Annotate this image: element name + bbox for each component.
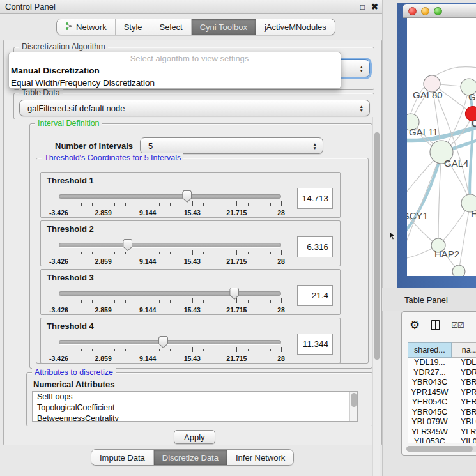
tab-cyni-toolbox[interactable]: Cyni Toolbox	[191, 19, 256, 35]
table-cell[interactable]: YDL1...	[452, 358, 476, 368]
table-row[interactable]: YDL19...YDL1...	[408, 358, 476, 368]
table-horizontal-scrollbar[interactable]	[406, 446, 476, 452]
column-header-name[interactable]: na...	[452, 342, 476, 358]
close-icon[interactable]: ✖	[371, 3, 378, 11]
slider-track[interactable]	[59, 243, 281, 247]
tick-mark	[215, 252, 215, 254]
scrollbar-thumb[interactable]	[406, 446, 473, 452]
tick-mark	[59, 298, 59, 303]
table-row[interactable]: YBR043CYBR0...	[408, 378, 476, 388]
threshold-1-slider[interactable]: -3.4262.8599.14415.4321.71528	[59, 190, 281, 216]
tab-jactivemnodules[interactable]: jActiveMNodules	[256, 19, 335, 35]
tick-mark	[226, 203, 226, 206]
threshold-3-slider[interactable]: -3.4262.8599.14415.4321.71528	[59, 288, 281, 313]
combobox-arrows-icon: ▲▼	[360, 105, 364, 112]
list-item[interactable]: TopologicalCoefficient	[33, 403, 357, 413]
node-label: GCY1	[407, 210, 428, 221]
slider-track[interactable]	[59, 340, 281, 344]
zoom-traffic-light-icon[interactable]	[434, 7, 442, 15]
control-panel: Control Panel □ ✖ Network Style	[0, 0, 383, 476]
tab-impute-data[interactable]: Impute Data	[91, 450, 153, 465]
table-row[interactable]: YLR345WYLR3...	[408, 427, 476, 438]
node-label: GAL4	[444, 158, 468, 169]
tick-label: 9.144	[139, 355, 156, 362]
threshold-4-value[interactable]: 11.344	[297, 334, 333, 355]
tab-infer-network[interactable]: Infer Network	[227, 450, 293, 465]
tab-select[interactable]: Select	[151, 19, 191, 35]
attribute-list[interactable]: SelfLoops TopologicalCoefficient Between…	[32, 391, 358, 422]
minimize-traffic-light-icon[interactable]	[421, 7, 429, 15]
network-view-canvas[interactable]: GAL80 G C GAL11 GAL4 GCY1 H HAP2	[407, 18, 476, 276]
table-row[interactable]: YIL053CYIL0...	[408, 437, 476, 443]
table-header-row: shared... na...	[408, 342, 476, 358]
apply-button[interactable]: Apply	[174, 430, 215, 444]
table-data-combobox[interactable]: galFiltered.sif default node ▲▼	[19, 100, 370, 116]
tick-mark	[181, 300, 181, 303]
table-cell[interactable]: YBL0...	[452, 417, 476, 427]
table-cell[interactable]: YBR0...	[452, 408, 476, 418]
tick-mark	[270, 349, 271, 351]
table-cell[interactable]: YIL0...	[452, 437, 476, 443]
table-row[interactable]: YBL079WYBL0...	[408, 417, 476, 427]
table-row[interactable]: YPR145WYPR1...	[408, 388, 476, 398]
table-cell[interactable]: YDR2...	[452, 368, 476, 378]
threshold-2-slider[interactable]: -3.4262.8599.14415.4321.71528	[59, 239, 281, 265]
table-cell[interactable]: YER0...	[452, 397, 476, 408]
table-row[interactable]: YER054CYER0...	[408, 397, 476, 408]
algorithm-option-equal-width[interactable]: Equal Width/Frequency Discretization	[9, 77, 341, 89]
tick-mark	[159, 300, 160, 303]
tick-label: -3.426	[49, 257, 68, 265]
threshold-1-value[interactable]: 14.713	[297, 188, 333, 209]
table-cell[interactable]: YER054C	[408, 397, 452, 408]
list-item[interactable]: SelfLoops	[33, 392, 357, 403]
attribute-list-scrollbar[interactable]	[349, 392, 357, 421]
table-cell[interactable]: YBR043C	[408, 378, 452, 388]
network-window-titlebar[interactable]	[403, 4, 476, 18]
table-cell[interactable]: YPR1...	[452, 388, 476, 398]
tick-mark	[192, 250, 193, 255]
columns-icon[interactable]	[431, 320, 440, 330]
slider-track[interactable]	[59, 291, 281, 296]
table-cell[interactable]: YDR27...	[408, 368, 452, 378]
panel-vertical-scrollbar[interactable]	[372, 117, 380, 476]
tick-label: 21.715	[226, 306, 247, 314]
algorithm-option-manual[interactable]: Manual Discretization	[9, 65, 341, 77]
tick-mark	[215, 203, 215, 206]
tick-mark	[203, 349, 204, 351]
close-traffic-light-icon[interactable]	[408, 7, 417, 15]
slider-track[interactable]	[59, 194, 281, 199]
scrollbar-thumb[interactable]	[374, 132, 380, 360]
column-header-shared-name[interactable]: shared...	[408, 342, 452, 358]
tick-label: 15.43	[184, 306, 201, 314]
tab-network[interactable]: Network	[57, 19, 115, 35]
checkbox-filter-icon[interactable]: ☑☑	[451, 321, 464, 330]
gear-icon[interactable]: ⚙	[410, 319, 420, 331]
table-cell[interactable]: YLR3...	[452, 427, 476, 438]
threshold-3-value[interactable]: 21.4	[297, 285, 333, 306]
num-intervals-combobox[interactable]: 5 ▲▼	[140, 137, 323, 154]
table-cell[interactable]: YBR0...	[452, 378, 476, 388]
table-row[interactable]: YBR045CYBR0...	[408, 408, 476, 418]
tick-label: 15.43	[184, 257, 201, 265]
table-cell[interactable]: YIL053C	[408, 437, 452, 443]
control-panel-tabbar: Network Style Select Cyni Toolbox jActiv…	[56, 19, 335, 35]
tick-mark	[148, 298, 148, 303]
thresholds-group-label: Threshold's Coordinates for 5 Intervals	[42, 153, 183, 162]
tick-mark	[70, 300, 70, 303]
scrollbar-thumb[interactable]	[351, 393, 357, 407]
float-window-icon[interactable]: □	[360, 3, 365, 11]
table-cell[interactable]: YPR145W	[408, 388, 452, 398]
tick-mark	[226, 300, 226, 303]
table-cell[interactable]: YLR345W	[408, 427, 452, 438]
tab-discretize-data[interactable]: Discretize Data	[153, 450, 227, 465]
tab-style[interactable]: Style	[115, 19, 151, 35]
table-row[interactable]: YDR27...YDR2...	[408, 368, 476, 378]
threshold-2-value[interactable]: 6.316	[297, 236, 333, 257]
threshold-4-slider[interactable]: -3.4262.8599.14415.4321.71528	[59, 336, 281, 362]
list-item[interactable]: BetweennessCentrality	[33, 413, 357, 422]
node-bottom-partial[interactable]	[452, 265, 465, 276]
table-cell[interactable]: YDL19...	[408, 358, 452, 368]
tick-mark	[192, 347, 193, 352]
table-cell[interactable]: YBR045C	[408, 408, 452, 418]
table-cell[interactable]: YBL079W	[408, 417, 452, 427]
